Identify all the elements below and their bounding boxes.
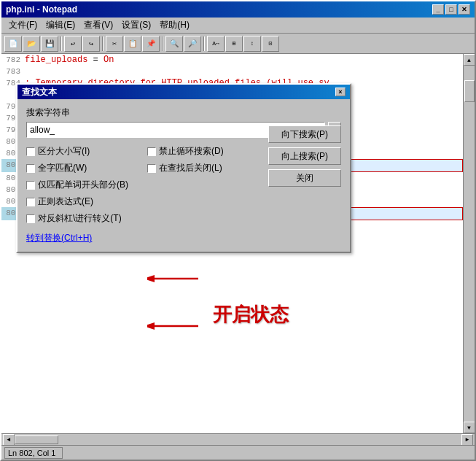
dialog-title-bar: 查找文本 × bbox=[17, 85, 350, 99]
editor-line: 783 bbox=[1, 66, 463, 77]
scroll-thumb[interactable] bbox=[464, 80, 475, 102]
toolbar-sep2 bbox=[102, 36, 104, 51]
checkbox-case-label: 区分大小写(I) bbox=[38, 145, 90, 158]
dialog-close-button[interactable]: × bbox=[335, 88, 346, 96]
checkbox-whole-word: 全字匹配(W) bbox=[26, 162, 140, 174]
toolbar: 📄 📂 💾 ↩ ↪ ✂ 📋 📌 🔍 🔎 A↔ ⊞ ↕ ⊡ bbox=[1, 34, 475, 54]
toolbar-cut[interactable]: ✂ bbox=[106, 36, 123, 52]
find-dialog[interactable]: 查找文本 × 搜索字符串 ▼ 区分大小写(I) bbox=[16, 83, 351, 253]
scroll-track[interactable] bbox=[464, 66, 475, 422]
vertical-scrollbar[interactable]: ▲ ▼ bbox=[463, 54, 475, 433]
content-area: 782 file_uploads = On 783 784 ; Temporar… bbox=[1, 54, 475, 433]
checkbox-no-loop-label: 禁止循环搜索(D) bbox=[159, 145, 224, 158]
checkbox-word-start-label: 仅匹配单词开头部分(B) bbox=[38, 179, 128, 191]
checkbox-close-after-label: 在查找后关闭(L) bbox=[159, 162, 222, 174]
goto-replace-link[interactable]: 转到替换(Ctrl+H) bbox=[26, 233, 92, 243]
dialog-title-text: 查找文本 bbox=[22, 86, 57, 98]
checkbox-whole-word-label: 全字匹配(W) bbox=[38, 162, 87, 174]
checkbox-close-after: 在查找后关闭(L) bbox=[147, 162, 261, 174]
scroll-left-button[interactable]: ◄ bbox=[3, 434, 15, 446]
window-controls: _ □ ✕ bbox=[432, 4, 470, 15]
menu-bar: 文件(F) 编辑(E) 查看(V) 设置(S) 帮助(H) bbox=[1, 18, 475, 34]
toolbar-findnext[interactable]: 🔎 bbox=[184, 36, 201, 52]
toolbar-copy[interactable]: 📋 bbox=[124, 36, 141, 52]
checkbox-regex-label: 正则表达式(E) bbox=[38, 195, 93, 208]
toolbar-undo[interactable]: ↩ bbox=[64, 36, 82, 52]
arrow-annotation-806 bbox=[147, 319, 206, 337]
checkbox-whole-word-input[interactable] bbox=[26, 164, 35, 173]
toolbar-sep4 bbox=[203, 36, 205, 51]
text-editor[interactable]: 782 file_uploads = On 783 784 ; Temporar… bbox=[1, 54, 463, 433]
menu-edit[interactable]: 编辑(E) bbox=[42, 18, 79, 33]
toolbar-paste[interactable]: 📌 bbox=[142, 36, 160, 52]
maximize-button[interactable]: □ bbox=[445, 4, 457, 15]
dialog-buttons: 向下搜索(P) 向上搜索(P) 关闭 bbox=[268, 125, 341, 187]
status-position: Ln 802, Col 1 bbox=[4, 447, 63, 459]
checkbox-escape-input[interactable] bbox=[26, 214, 35, 223]
checkbox-case: 区分大小写(I) bbox=[26, 145, 140, 158]
checkbox-escape: 对反斜杠\进行转义(T) bbox=[26, 212, 140, 225]
search-up-button[interactable]: 向上搜索(P) bbox=[268, 147, 341, 165]
toolbar-extra1[interactable]: A↔ bbox=[207, 36, 225, 52]
checkbox-regex-input[interactable] bbox=[26, 198, 35, 206]
search-label: 搜索字符串 bbox=[26, 106, 341, 119]
checkbox-case-input[interactable] bbox=[26, 147, 35, 156]
toolbar-find[interactable]: 🔍 bbox=[165, 36, 183, 52]
toolbar-extra4[interactable]: ⊡ bbox=[262, 36, 279, 52]
toolbar-sep1 bbox=[61, 36, 62, 51]
close-dialog-button[interactable]: 关闭 bbox=[268, 169, 341, 187]
menu-file[interactable]: 文件(F) bbox=[4, 18, 42, 33]
menu-view[interactable]: 查看(V) bbox=[79, 18, 117, 33]
checkbox-regex: 正则表达式(E) bbox=[26, 195, 140, 208]
checkbox-word-start-input[interactable] bbox=[26, 181, 35, 190]
toolbar-extra2[interactable]: ⊞ bbox=[225, 36, 243, 52]
checkbox-no-loop-input[interactable] bbox=[147, 147, 156, 156]
scroll-down-button[interactable]: ▼ bbox=[464, 422, 475, 433]
toolbar-save[interactable]: 💾 bbox=[41, 36, 58, 52]
window-title: php.ini - Notepad bbox=[6, 4, 77, 15]
title-bar: php.ini - Notepad _ □ ✕ bbox=[1, 1, 475, 18]
dialog-body: 搜索字符串 ▼ 区分大小写(I) bbox=[17, 99, 350, 252]
close-button[interactable]: ✕ bbox=[459, 4, 470, 15]
horizontal-scrollbar[interactable]: ◄ ► bbox=[1, 433, 475, 445]
menu-help[interactable]: 帮助(H) bbox=[155, 18, 194, 33]
h-scroll-track[interactable] bbox=[15, 435, 461, 445]
search-down-button[interactable]: 向下搜索(P) bbox=[268, 125, 341, 143]
toolbar-new[interactable]: 📄 bbox=[4, 36, 22, 52]
arrow-annotation-802 bbox=[147, 271, 206, 290]
editor-line: 782 file_uploads = On bbox=[1, 54, 463, 66]
checkbox-no-loop: 禁止循环搜索(D) bbox=[147, 145, 261, 158]
status-bar: Ln 802, Col 1 bbox=[1, 445, 475, 460]
checkbox-word-start: 仅匹配单词开头部分(B) bbox=[26, 179, 140, 191]
main-window: php.ini - Notepad _ □ ✕ 文件(F) 编辑(E) 查看(V… bbox=[0, 0, 476, 461]
toolbar-extra3[interactable]: ↕ bbox=[243, 36, 261, 52]
checkbox-close-after-input[interactable] bbox=[147, 164, 156, 173]
menu-settings[interactable]: 设置(S) bbox=[117, 18, 155, 33]
toolbar-sep3 bbox=[162, 36, 163, 51]
checkbox-escape-label: 对反斜杠\进行转义(T) bbox=[38, 212, 122, 225]
status-annotation: 开启状态 bbox=[213, 302, 289, 328]
minimize-button[interactable]: _ bbox=[432, 4, 444, 15]
toolbar-redo[interactable]: ↪ bbox=[82, 36, 100, 52]
scroll-right-button[interactable]: ► bbox=[461, 434, 473, 446]
scroll-up-button[interactable]: ▲ bbox=[464, 54, 475, 66]
toolbar-open[interactable]: 📂 bbox=[23, 36, 40, 52]
h-scroll-thumb[interactable] bbox=[15, 435, 58, 444]
